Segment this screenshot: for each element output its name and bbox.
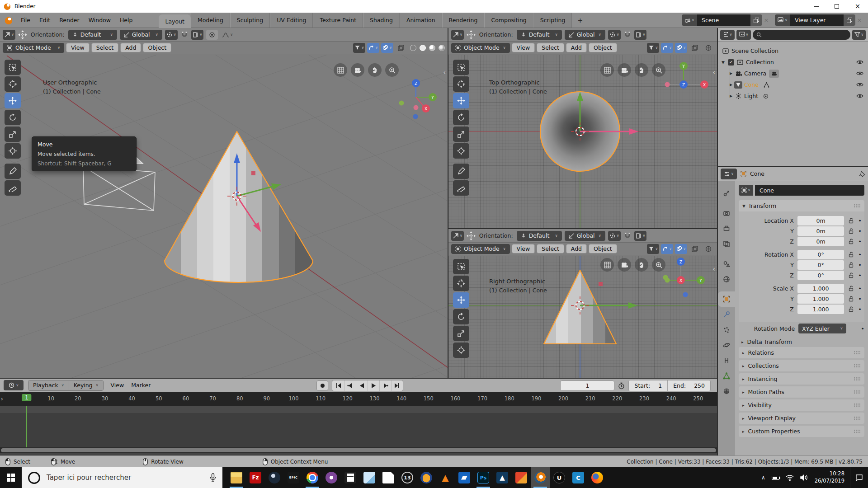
value-field[interactable]: 0° — [797, 271, 844, 280]
transform-panel-header[interactable]: ▼ Transform — [739, 200, 864, 211]
axis-gizmo-right[interactable]: Z X Y — [665, 255, 712, 291]
outliner-row-cone[interactable]: ▶ Cone — [726, 79, 868, 90]
lock-icon[interactable] — [848, 218, 854, 224]
select-box-tool[interactable] — [5, 60, 21, 75]
annotate-tool[interactable] — [453, 164, 469, 179]
rotate-tool[interactable] — [453, 110, 469, 125]
mode-dropdown[interactable]: Object Mode∨ — [451, 43, 510, 53]
drag-dots-icon[interactable] — [854, 403, 861, 407]
scene-icon[interactable]: ∨ — [682, 14, 697, 26]
zoom-view-icon[interactable] — [652, 63, 665, 77]
pin-icon[interactable] — [859, 171, 865, 177]
taskbar-app-chrome[interactable] — [303, 467, 322, 488]
value-field[interactable]: 1.000 — [797, 305, 844, 314]
cursor-tool[interactable] — [453, 276, 469, 291]
viewport-top[interactable]: ∨ Orientation: Default∨ Global∨ ∨ ∨ Obje… — [448, 28, 717, 228]
taskbar-app-steam[interactable] — [265, 467, 284, 488]
move-tool[interactable] — [453, 292, 469, 308]
taskbar-app-filezilla[interactable]: Fz — [246, 467, 265, 488]
viewport-menu-item[interactable]: Add — [566, 43, 587, 52]
maximize-button[interactable] — [826, 0, 847, 13]
jump-to-end-button[interactable] — [391, 380, 403, 391]
tray-chevron-icon[interactable]: ∧ — [761, 474, 765, 481]
playback-menu[interactable]: Playback∨ — [28, 380, 69, 390]
viewport-menu-item[interactable]: Add — [120, 43, 141, 52]
rotate-tool[interactable] — [5, 110, 21, 125]
shading-material-button[interactable] — [429, 45, 435, 51]
unlink-scene-button[interactable]: × — [762, 17, 770, 23]
taskbar-app-circle-13[interactable]: 13 — [398, 467, 417, 488]
tab-scene[interactable] — [718, 256, 735, 272]
outliner-search-input[interactable] — [753, 30, 850, 40]
zoom-view-icon[interactable] — [652, 258, 665, 272]
animate-dot[interactable]: • — [858, 238, 862, 245]
jump-to-start-button[interactable] — [332, 380, 344, 391]
marker-menu[interactable]: Marker — [131, 382, 151, 389]
hide-toggle-eye-icon[interactable] — [856, 82, 863, 87]
outliner-row-scene-collection[interactable]: Scene Collection — [718, 45, 868, 56]
workspace-tab[interactable]: Modeling — [191, 13, 230, 28]
object-type-dropdown[interactable]: ∨ — [739, 185, 753, 196]
menu-item[interactable]: Window — [84, 13, 115, 28]
animate-dot[interactable]: • — [858, 217, 862, 224]
viewport-menu-item[interactable]: Object — [589, 43, 617, 52]
grid-toggle-icon[interactable] — [334, 63, 347, 77]
play-reverse-button[interactable] — [356, 380, 368, 391]
cursor-tool[interactable] — [5, 76, 21, 92]
start-button[interactable] — [0, 467, 22, 488]
workspace-tab[interactable]: Compositing — [484, 13, 533, 28]
outliner-row-camera[interactable]: ▶ Camera — [726, 68, 868, 79]
scale-tool[interactable] — [453, 127, 469, 142]
axis-gizmo-main[interactable]: Z Y X — [398, 77, 439, 120]
timeline-editor-type-button[interactable]: ∨ — [4, 380, 24, 390]
pivot-dropdown[interactable]: Global∨ — [120, 30, 162, 40]
start-frame-field[interactable]: Start:1 — [629, 380, 667, 391]
grid-toggle-icon[interactable] — [600, 63, 614, 77]
mode-dropdown[interactable]: Object Mode∨ — [3, 43, 64, 53]
falloff-curve-button[interactable]: ∨ — [221, 30, 234, 40]
light-data-icon[interactable] — [762, 93, 770, 100]
viewport-main[interactable]: ∨ Orientation: Default∨ Global∨ ∨ ∨ ∨ Ob… — [0, 28, 448, 378]
viewport-menu-item[interactable]: Select — [537, 43, 564, 52]
selectability-filter-button[interactable]: ∨ — [647, 244, 659, 254]
tab-object[interactable] — [718, 291, 735, 307]
taskbar-app-file-explorer[interactable] — [227, 467, 246, 488]
cursor-tool[interactable] — [453, 76, 469, 92]
orientation-dropdown[interactable]: Default∨ — [517, 231, 562, 241]
sidebar-collapse-icon[interactable]: ‹ — [712, 265, 715, 272]
select-box-tool[interactable] — [453, 60, 469, 75]
shading-sphere-icon[interactable] — [703, 244, 714, 254]
taskbar-app-egg[interactable] — [417, 467, 436, 488]
hide-toggle-eye-icon[interactable] — [856, 71, 863, 76]
tab-physics[interactable] — [718, 338, 735, 353]
measure-tool[interactable] — [453, 180, 469, 196]
taskbar-app-affinity-designer[interactable]: ▲ — [493, 467, 512, 488]
properties-panel-header[interactable]: ▸ Visibility — [739, 399, 864, 411]
xray-toggle[interactable] — [689, 244, 701, 254]
volume-icon[interactable] — [800, 474, 808, 481]
rotation-mode-dropdown[interactable]: XYZ Euler∨ — [798, 324, 846, 333]
tab-view-layer[interactable] — [718, 236, 735, 252]
lock-icon[interactable] — [848, 228, 854, 234]
cortana-icon[interactable] — [28, 472, 40, 484]
pan-view-icon[interactable] — [635, 258, 648, 272]
viewport-menu-item[interactable]: View — [512, 43, 535, 52]
workspace-tab[interactable]: Scripting — [533, 13, 572, 28]
taskbar-app-affinity-photo[interactable] — [512, 467, 531, 488]
select-box-tool[interactable] — [453, 259, 469, 274]
taskbar-app-libreoffice[interactable] — [379, 467, 398, 488]
properties-panel-header[interactable]: ▸ Viewport Display — [739, 413, 864, 424]
value-field[interactable]: 0m — [797, 226, 844, 236]
properties-panel-header[interactable]: ▸ Relations — [739, 347, 864, 358]
animate-dot[interactable]: • — [858, 285, 862, 292]
animate-dot[interactable]: • — [858, 228, 862, 235]
pivot-dropdown[interactable]: Global∨ — [565, 30, 605, 40]
view-menu[interactable]: View — [111, 382, 124, 389]
delta-transform-row[interactable]: ▸ Delta Transform — [741, 338, 864, 345]
collection-checkbox[interactable]: ✓ — [728, 59, 734, 66]
shading-sphere-icon[interactable] — [703, 43, 714, 53]
tab-tool[interactable] — [718, 186, 735, 201]
blender-menu-logo-icon[interactable] — [5, 16, 13, 24]
expand-icon[interactable]: ▶ — [730, 71, 734, 75]
taskbar-app-photoshop[interactable]: Ps — [474, 467, 493, 488]
